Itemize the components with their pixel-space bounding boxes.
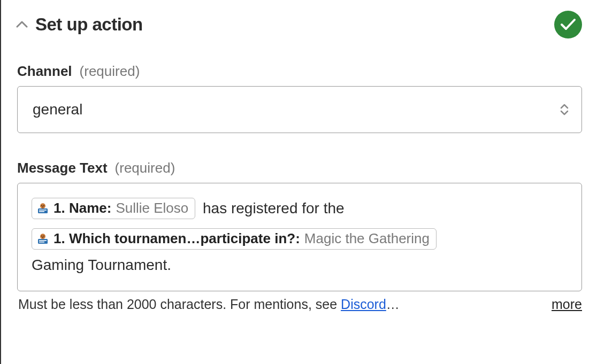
message-label: Message Text [17, 160, 108, 176]
message-required: (required) [115, 160, 175, 176]
channel-label: Channel [17, 63, 72, 80]
discord-link[interactable]: Discord [341, 297, 386, 312]
message-label-row: Message Text (required) [17, 160, 582, 176]
svg-rect-1 [39, 210, 47, 211]
wpforms-icon [36, 202, 49, 215]
message-line-3: Gaming Tournament. [32, 251, 568, 278]
svg-rect-0 [38, 208, 48, 213]
channel-select[interactable]: general [17, 86, 582, 133]
token-name[interactable]: 1. Name: Sullie Eloso [32, 198, 195, 219]
channel-field: Channel (required) general [16, 63, 582, 133]
token-name-label: 1. Name: [53, 199, 111, 218]
svg-rect-8 [39, 240, 47, 241]
svg-point-4 [41, 205, 42, 206]
status-complete-badge [554, 11, 582, 38]
wpforms-icon [36, 233, 49, 245]
svg-point-13 [42, 237, 44, 238]
chevron-up-icon[interactable] [16, 19, 28, 30]
channel-label-row: Channel (required) [17, 63, 582, 80]
token-tournament-value: Magic the Gathering [304, 230, 430, 248]
svg-point-11 [41, 235, 42, 236]
action-setup-panel: Set up action Channel (required) general [0, 0, 597, 364]
section-header: Set up action [16, 11, 582, 38]
svg-rect-7 [38, 239, 48, 244]
svg-point-12 [43, 235, 44, 236]
message-text-end: Gaming Tournament. [32, 257, 171, 273]
svg-rect-2 [39, 211, 44, 212]
token-name-value: Sullie Eloso [116, 199, 188, 218]
channel-required: (required) [80, 63, 140, 80]
message-text-mid: has registered for the [203, 200, 345, 216]
message-field: Message Text (required) [16, 160, 582, 312]
channel-value: general [33, 101, 82, 118]
message-line-1: 1. Name: Sullie Eloso has registered for… [32, 194, 568, 221]
select-caret-icon [559, 103, 570, 116]
more-link[interactable]: more [552, 297, 582, 312]
token-tournament-label: 1. Which tournamen…participate in?: [53, 230, 300, 248]
section-title: Set up action [35, 14, 143, 35]
helper-text: Must be less than 2000 characters. For m… [18, 297, 400, 312]
message-helper: Must be less than 2000 characters. For m… [17, 297, 582, 312]
token-tournament[interactable]: 1. Which tournamen…participate in?: Magi… [32, 228, 437, 250]
svg-point-5 [43, 205, 44, 206]
message-input[interactable]: 1. Name: Sullie Eloso has registered for… [17, 183, 582, 291]
svg-point-10 [40, 234, 45, 239]
svg-point-3 [40, 203, 45, 208]
message-line-2: 1. Which tournamen…participate in?: Magi… [32, 224, 568, 251]
svg-point-6 [42, 206, 44, 207]
svg-rect-9 [39, 242, 44, 243]
